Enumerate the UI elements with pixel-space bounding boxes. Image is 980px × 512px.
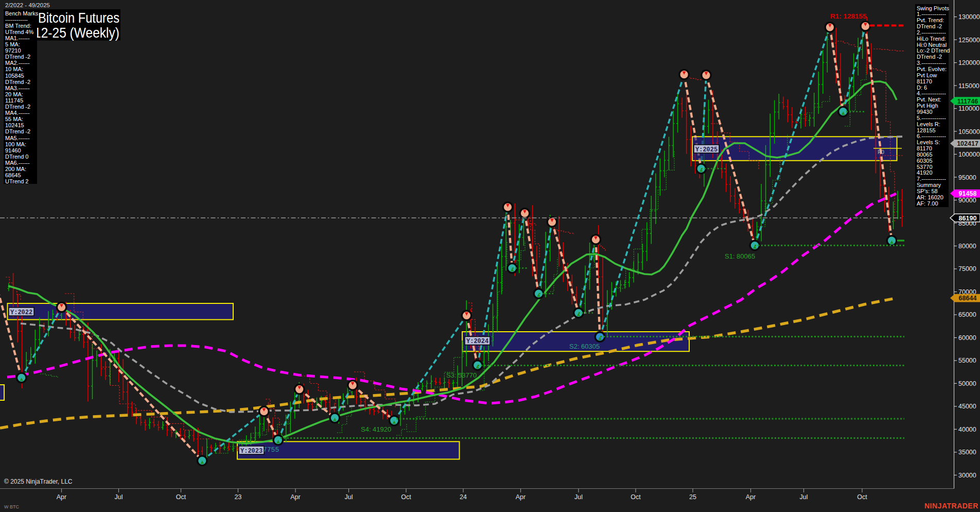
svg-text:F0: F0 (878, 149, 884, 155)
svg-text:Hi:0 Neutral: Hi:0 Neutral (917, 42, 947, 48)
svg-text:Bitcoin Futures: Bitcoin Futures (38, 10, 119, 26)
svg-text:HiLo Trend:: HiLo Trend: (917, 36, 946, 42)
svg-text:128155: 128155 (917, 127, 936, 133)
svg-text:12-25 (Weekly): 12-25 (Weekly) (34, 25, 119, 41)
svg-text:DTrend -2: DTrend -2 (917, 23, 942, 29)
svg-text:105000: 105000 (958, 128, 980, 135)
svg-text:DTrend -2: DTrend -2 (917, 54, 942, 60)
svg-text:24: 24 (460, 493, 467, 501)
svg-text:© 2025 NinjaTrader, LLC: © 2025 NinjaTrader, LLC (4, 478, 73, 485)
svg-text:40000: 40000 (958, 426, 976, 433)
svg-text:Pvt High: Pvt High (917, 103, 938, 109)
svg-text:Oct: Oct (857, 493, 867, 501)
svg-text:Y:2024: Y:2024 (466, 338, 488, 345)
svg-text:130000: 130000 (958, 13, 980, 21)
svg-text:111746: 111746 (957, 98, 978, 105)
svg-text:Levels S:: Levels S: (917, 139, 940, 145)
svg-text:68645: 68645 (5, 172, 21, 178)
svg-text:100 MA:: 100 MA: (5, 141, 26, 147)
svg-text:Pvt. Next:: Pvt. Next: (917, 96, 941, 103)
svg-text:200 MA:: 200 MA: (5, 166, 26, 172)
svg-text:60305: 60305 (917, 158, 933, 164)
svg-text:MA5.------: MA5.------ (5, 135, 30, 141)
svg-text:MA1.------: MA1.------ (5, 35, 30, 41)
svg-text:5 MA:: 5 MA: (5, 41, 20, 47)
svg-text:2.-------------: 2.------------- (917, 29, 946, 36)
svg-text:Oct: Oct (631, 493, 641, 501)
svg-text:DTrend -2: DTrend -2 (5, 104, 30, 110)
svg-text:Lo:-2 DTrend: Lo:-2 DTrend (917, 47, 950, 54)
svg-text:25: 25 (689, 493, 696, 501)
svg-text:102415: 102415 (5, 122, 24, 128)
svg-text:Oct: Oct (401, 493, 411, 501)
svg-text:75000: 75000 (958, 265, 976, 272)
svg-text:3.-------------: 3.------------- (917, 60, 946, 66)
svg-text:D: 6: D: 6 (917, 84, 927, 91)
svg-text:5.-------------: 5.------------- (917, 115, 946, 121)
svg-text:68644: 68644 (959, 295, 977, 302)
svg-text:S2: 60305: S2: 60305 (569, 343, 600, 350)
svg-text:UTrend 4%: UTrend 4% (5, 29, 33, 35)
svg-text:Levels R:: Levels R: (917, 121, 940, 127)
svg-text:BM Trend:: BM Trend: (5, 23, 31, 29)
svg-text:S4: 41920: S4: 41920 (361, 425, 391, 433)
svg-text:10 MA:: 10 MA: (5, 66, 23, 72)
svg-text:65000: 65000 (958, 311, 976, 318)
svg-text:81170: 81170 (917, 78, 932, 84)
svg-text:97210: 97210 (5, 47, 21, 54)
svg-text:100000: 100000 (958, 151, 980, 158)
svg-text:S1: 80065: S1: 80065 (725, 252, 755, 260)
svg-text:55000: 55000 (958, 357, 976, 364)
svg-text:DTrend -2: DTrend -2 (5, 128, 30, 134)
svg-text:Apr: Apr (516, 493, 526, 501)
svg-text:80000: 80000 (958, 243, 976, 250)
svg-text:115000: 115000 (958, 82, 979, 90)
svg-text:111745: 111745 (5, 97, 23, 104)
svg-text:Jul: Jul (345, 493, 353, 501)
svg-text:125000: 125000 (958, 37, 980, 44)
svg-text:Apr: Apr (290, 493, 300, 501)
svg-text:------------: ------------ (5, 16, 28, 23)
svg-text:Jul: Jul (574, 493, 583, 501)
svg-text:91460: 91460 (5, 147, 21, 153)
svg-text:AR: 16020: AR: 16020 (917, 194, 943, 200)
svg-text:55 MA:: 55 MA: (5, 116, 23, 122)
svg-text:Jul: Jul (115, 493, 123, 501)
svg-text:W BTC: W BTC (4, 504, 19, 509)
svg-text:110000: 110000 (958, 105, 979, 112)
svg-text:Pvt. Trend:: Pvt. Trend: (917, 17, 944, 23)
svg-text:Apr: Apr (746, 493, 756, 501)
svg-text:1.-------------: 1.------------- (917, 11, 946, 17)
svg-text:Pvt. Evolve:: Pvt. Evolve: (917, 66, 947, 72)
svg-text:Y:2023: Y:2023 (240, 448, 262, 455)
svg-text:UTrend 2: UTrend 2 (5, 178, 28, 184)
svg-text:80065: 80065 (917, 151, 933, 158)
svg-text:MA3.------: MA3.------ (5, 85, 30, 91)
svg-text:95000: 95000 (958, 174, 976, 181)
svg-text:R1: 128155: R1: 128155 (830, 12, 867, 20)
svg-text:Swing Pivots: Swing Pivots (917, 5, 949, 11)
svg-text:NINJATRADER: NINJATRADER (924, 502, 978, 510)
svg-text:S3: 53770: S3: 53770 (446, 371, 477, 379)
svg-text:DTrend -2: DTrend -2 (5, 54, 30, 60)
svg-text:30000: 30000 (958, 472, 976, 479)
svg-text:20 MA:: 20 MA: (5, 91, 23, 97)
svg-text:99430: 99430 (917, 109, 933, 115)
svg-text:Summary: Summary (917, 182, 941, 188)
svg-text:MA2.------: MA2.------ (5, 60, 30, 66)
svg-text:86190: 86190 (959, 215, 977, 222)
svg-text:Y:2022: Y:2022 (10, 309, 32, 316)
svg-text:Bench Marks: Bench Marks (5, 10, 39, 16)
svg-text:MA4.------: MA4.------ (5, 110, 30, 116)
svg-text:45000: 45000 (958, 403, 976, 410)
svg-text:AF: 7.00: AF: 7.00 (917, 200, 938, 207)
svg-text:Apr: Apr (57, 493, 66, 501)
svg-text:102417: 102417 (957, 140, 978, 147)
svg-text:SP's: 58: SP's: 58 (917, 188, 938, 194)
svg-text:MA6.------: MA6.------ (5, 160, 30, 166)
svg-text:23: 23 (235, 493, 242, 501)
svg-text:4.-------------: 4.------------- (917, 90, 946, 96)
svg-text:81170: 81170 (917, 145, 932, 151)
svg-text:53770: 53770 (917, 164, 933, 170)
svg-text:Jul: Jul (800, 493, 808, 501)
